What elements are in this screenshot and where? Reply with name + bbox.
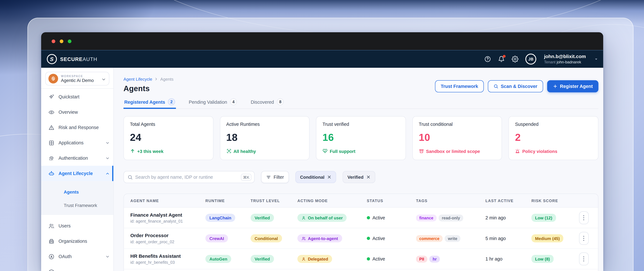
sparkles-icon <box>48 94 54 100</box>
stat-value: 24 <box>130 131 207 143</box>
notifications-bell-icon[interactable] <box>498 56 505 63</box>
chevron-down-icon <box>106 254 110 259</box>
agent-id: id: agent_finance_analyst_01 <box>130 219 206 224</box>
row-actions-kebab-button[interactable] <box>579 253 588 265</box>
sidebar-item-oauth[interactable]: OAuth <box>41 249 114 264</box>
status-cell: Active <box>367 257 416 261</box>
user-avatar[interactable]: JB <box>526 54 536 65</box>
tag-badge: hr <box>430 256 440 263</box>
sidebar-item-overview[interactable]: Overview <box>41 104 114 120</box>
stat-cards: Total Agents 24 +3 this week Active Runt… <box>124 116 598 160</box>
sidebar-item-quickstart[interactable]: Quickstart <box>41 89 114 104</box>
stat-value: 2 <box>515 131 592 143</box>
row-actions-kebab-button[interactable] <box>579 232 588 245</box>
chevron-down-icon <box>101 76 106 81</box>
agent-id: id: agent_hr_benefits_03 <box>130 260 206 265</box>
sidebar-item-organizations[interactable]: Organizations <box>41 234 114 249</box>
brand-name: SECUREAUTH <box>60 56 97 62</box>
tab-count-badge: 8 <box>277 98 284 105</box>
table-header-row: AGENT NAME RUNTIME TRUST LEVEL ACTING MO… <box>124 194 598 208</box>
tag-badge: finance <box>416 214 437 221</box>
brand-logo-icon: S <box>47 54 57 64</box>
stat-value: 10 <box>419 131 496 143</box>
trust-framework-button[interactable]: Trust Framework <box>435 80 484 92</box>
window-titlebar <box>41 32 603 50</box>
tab-count-badge: 2 <box>168 98 175 105</box>
tag-badge: read-only <box>439 214 464 221</box>
window-zoom-button[interactable] <box>68 39 72 43</box>
status-dot <box>367 237 370 240</box>
sidebar-item-partial[interactable] <box>41 264 114 271</box>
shield-icon <box>48 269 54 271</box>
user-menu-caret-icon[interactable] <box>594 57 598 61</box>
stat-card-trust-verified: Trust verified 16 Full support <box>316 116 406 160</box>
close-icon[interactable] <box>327 175 331 179</box>
filter-chip-verified[interactable]: Verified <box>343 171 375 183</box>
tag-badge: commerce <box>416 235 443 242</box>
sidebar-subitem-trust-framework[interactable]: Trust Framework <box>41 198 114 212</box>
search-input[interactable] <box>135 175 238 180</box>
sidebar-subitem-agents[interactable]: Agents <box>41 185 114 199</box>
users-icon <box>48 223 54 229</box>
sidebar-item-risk-and-response[interactable]: Risk and Response <box>41 120 114 135</box>
table-row[interactable]: Order Processor id: agent_order_proc_02 … <box>124 228 598 249</box>
chevron-up-icon <box>106 171 110 176</box>
status-dot <box>367 216 370 219</box>
tab-pending-validation[interactable]: Pending Validation4 <box>188 98 238 109</box>
agents-table: AGENT NAME RUNTIME TRUST LEVEL ACTING MO… <box>124 194 598 271</box>
tab-count-badge: 4 <box>230 98 237 105</box>
help-icon[interactable] <box>484 56 491 63</box>
building-icon <box>48 238 54 244</box>
status-cell: Active <box>367 215 416 220</box>
grid-icon <box>48 140 54 146</box>
sidebar-item-agent-lifecycle[interactable]: Agent Lifecycle <box>41 166 114 181</box>
row-actions-kebab-button[interactable] <box>579 211 588 224</box>
close-icon[interactable] <box>366 175 370 179</box>
filter-button[interactable]: Filter <box>261 171 289 183</box>
tag-badge: PII <box>416 256 428 263</box>
tag-badge: write <box>445 235 460 242</box>
plus-icon <box>553 84 558 89</box>
tab-registered-agents[interactable]: Registered Agents2 <box>124 98 176 109</box>
scan-discover-button[interactable]: Scan & Discover <box>488 80 543 92</box>
sidebar-item-applications[interactable]: Applications <box>41 135 114 151</box>
app-header: S SECUREAUTH JB john.b@blixit.com <box>41 50 603 68</box>
workspace-brain-icon <box>48 74 58 84</box>
heart-scan-icon <box>226 148 232 154</box>
user-email: john.b@blixit.com <box>544 54 586 60</box>
users-icon <box>302 236 306 241</box>
runtime-badge: CrewAI <box>206 234 228 243</box>
sidebar-subgroup-agent-lifecycle: Agents Trust Framework <box>41 181 114 215</box>
heart-check-icon <box>322 148 328 154</box>
workspace-selector[interactable]: WORKSPACE Agentic Ai Demo <box>45 72 110 85</box>
robot-icon <box>48 170 54 177</box>
settings-gear-icon[interactable] <box>512 56 519 63</box>
stat-value: 18 <box>226 131 303 143</box>
sandbox-box-icon <box>419 148 424 154</box>
runtime-badge: AutoGen <box>206 255 232 263</box>
warning-triangle-icon <box>48 124 54 130</box>
sidebar-item-authentication[interactable]: Authentication <box>41 151 114 166</box>
stat-card-suspended: Suspended 2 Policy violations <box>508 116 598 160</box>
table-row[interactable]: Finance Analyst Agent id: agent_finance_… <box>124 208 598 228</box>
eye-icon <box>48 109 54 115</box>
filter-chip-conditional[interactable]: Conditional <box>295 171 336 183</box>
breadcrumb-agent-lifecycle[interactable]: Agent Lifecycle <box>124 77 152 81</box>
sidebar-divider <box>41 88 114 89</box>
table-row[interactable]: HR Benefits Assistant id: agent_hr_benef… <box>124 249 598 270</box>
user-menu[interactable]: john.b@blixit.com Tenant john-badnarek <box>544 54 586 64</box>
sidebar-item-users[interactable]: Users <box>41 218 114 234</box>
risk-score-badge: Low (8) <box>532 255 554 263</box>
window-minimize-button[interactable] <box>60 39 64 43</box>
window-close-button[interactable] <box>52 39 55 43</box>
fingerprint-icon <box>48 155 54 161</box>
app-window: S SECUREAUTH JB john.b@blixit.com <box>41 32 603 271</box>
trust-level-badge: Verified <box>251 214 274 222</box>
agent-name: Finance Analyst Agent <box>130 212 206 218</box>
tags-cell: PII hr <box>416 256 486 263</box>
tab-discovered[interactable]: Discovered8 <box>250 98 284 109</box>
register-agent-button[interactable]: Register Agent <box>547 80 598 92</box>
tags-cell: commerce write <box>416 235 486 242</box>
search-box[interactable]: ⌘K <box>124 171 255 183</box>
last-active: 5 min ago <box>486 236 532 241</box>
